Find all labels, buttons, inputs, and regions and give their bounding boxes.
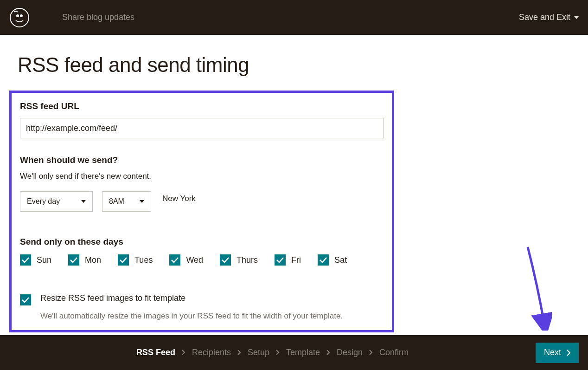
chevron-down-icon	[140, 200, 144, 203]
resize-row: Resize RSS feed images to fit template W…	[20, 293, 383, 321]
svg-point-1	[17, 15, 19, 17]
svg-point-0	[10, 8, 29, 27]
page-title: RSS feed and send timing	[18, 53, 588, 77]
time-value: 8AM	[109, 197, 124, 206]
chevron-right-icon	[182, 348, 185, 357]
chevron-down-icon	[574, 16, 579, 19]
day-item: Fri	[275, 254, 301, 266]
wizard-steps: RSS FeedRecipientsSetupTemplateDesignCon…	[9, 348, 536, 357]
wizard-step[interactable]: Template	[286, 348, 320, 357]
day-label: Mon	[85, 255, 101, 265]
rss-url-input[interactable]	[20, 118, 383, 138]
timezone-label: New York	[162, 194, 196, 203]
wizard-step[interactable]: Recipients	[192, 348, 231, 357]
day-label: Wed	[186, 255, 203, 265]
next-label: Next	[544, 348, 561, 357]
days-label: Send only on these days	[20, 237, 383, 247]
resize-label: Resize RSS feed images to fit template	[40, 293, 343, 303]
day-label: Tues	[134, 255, 153, 265]
day-checkbox[interactable]	[318, 254, 329, 266]
chevron-right-icon	[369, 348, 373, 357]
frequency-value: Every day	[27, 197, 60, 206]
day-checkbox[interactable]	[68, 254, 79, 266]
when-send-label: When should we send?	[20, 155, 383, 165]
save-and-exit-label: Save and Exit	[519, 13, 570, 22]
day-item: Mon	[68, 254, 101, 266]
top-bar: Share blog updates Save and Exit	[0, 0, 588, 35]
frequency-select[interactable]: Every day	[20, 191, 93, 212]
day-checkbox[interactable]	[169, 254, 180, 266]
resize-help: We'll automatically resize the images in…	[40, 312, 343, 321]
days-row: SunMonTuesWedThursFriSat	[20, 254, 383, 266]
chevron-down-icon	[81, 200, 86, 203]
svg-point-2	[20, 15, 22, 17]
day-label: Thurs	[236, 255, 258, 265]
page-context-title: Share blog updates	[62, 13, 134, 22]
schedule-row: Every day 8AM New York	[20, 191, 383, 212]
day-checkbox[interactable]	[118, 254, 129, 266]
chevron-right-icon	[326, 348, 330, 357]
resize-checkbox[interactable]	[20, 294, 31, 305]
chevron-right-icon	[567, 350, 570, 356]
day-checkbox[interactable]	[20, 254, 31, 266]
day-label: Sun	[37, 255, 51, 265]
day-checkbox[interactable]	[220, 254, 231, 266]
wizard-step[interactable]: Setup	[248, 348, 269, 357]
bottom-bar: RSS FeedRecipientsSetupTemplateDesignCon…	[0, 335, 588, 370]
day-item: Thurs	[220, 254, 258, 266]
chevron-right-icon	[237, 348, 241, 357]
day-item: Tues	[118, 254, 153, 266]
day-item: Sat	[318, 254, 347, 266]
day-item: Wed	[169, 254, 203, 266]
form-highlight-box: RSS feed URL When should we send? We'll …	[9, 91, 394, 332]
day-label: Sat	[334, 255, 347, 265]
when-send-help: We'll only send if there's new content.	[20, 172, 383, 181]
day-item: Sun	[20, 254, 51, 266]
time-select[interactable]: 8AM	[102, 191, 151, 212]
chevron-right-icon	[276, 348, 280, 357]
wizard-step[interactable]: RSS Feed	[136, 348, 175, 357]
next-button[interactable]: Next	[536, 343, 579, 363]
day-checkbox[interactable]	[275, 254, 286, 266]
rss-url-label: RSS feed URL	[20, 101, 383, 111]
save-and-exit-button[interactable]: Save and Exit	[519, 13, 579, 22]
wizard-step[interactable]: Design	[337, 348, 363, 357]
app-logo	[9, 7, 30, 28]
wizard-step[interactable]: Confirm	[379, 348, 409, 357]
day-label: Fri	[291, 255, 301, 265]
annotation-arrow	[524, 245, 552, 331]
